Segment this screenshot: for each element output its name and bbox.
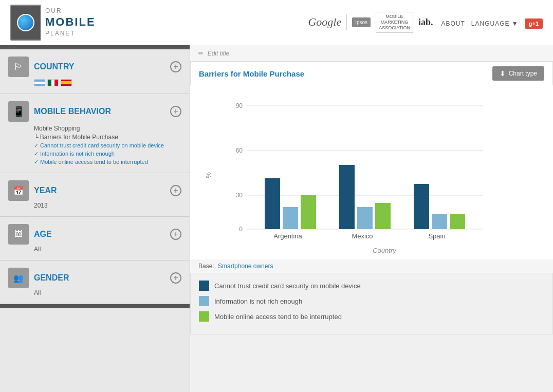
header: OUR MOBILE PLANET Google Ipsos MOBILEMAR… xyxy=(0,0,553,45)
x-axis-label: Country xyxy=(226,247,543,254)
checklist-item-2[interactable]: ✓ Information is not rich enough xyxy=(34,151,181,157)
legend-item-1: Cannot trust credit card security on mob… xyxy=(199,281,544,291)
svg-text:16%: 16% xyxy=(359,200,371,206)
svg-text:11%: 11% xyxy=(452,207,463,213)
esp-bar-1 xyxy=(414,184,429,229)
chart-container: % 90 60 30 0 37% xyxy=(200,96,543,254)
download-icon: ⬇ xyxy=(500,69,506,78)
sidebar-section-year: 📅 YEAR + 2013 xyxy=(0,173,190,217)
svg-text:11%: 11% xyxy=(434,207,445,213)
svg-text:47%: 47% xyxy=(341,158,353,164)
age-value: All xyxy=(34,246,181,253)
sidebar-bottom-bar xyxy=(0,304,190,308)
age-title: AGE xyxy=(34,230,165,239)
legend-color-1 xyxy=(199,281,209,291)
bar-chart-svg: 90 60 30 0 37% 16% 25% xyxy=(226,96,493,245)
svg-text:Mexico: Mexico xyxy=(352,232,373,240)
mexico-flag xyxy=(47,79,59,86)
country-flags xyxy=(34,79,181,86)
base-label: Base: xyxy=(198,263,214,270)
logo-area: OUR MOBILE PLANET xyxy=(10,5,96,41)
language-button[interactable]: LANGUAGE ▼ xyxy=(471,20,519,27)
about-link[interactable]: ABOUT xyxy=(441,20,465,27)
base-value: Smartphone owners xyxy=(218,263,273,270)
esp-bar-2 xyxy=(432,214,447,229)
year-plus-button[interactable]: + xyxy=(170,185,181,196)
sidebar-mobile-header[interactable]: 📱 MOBILE BEHAVIOR + xyxy=(8,101,181,122)
sidebar-country-header[interactable]: 🏳 COUNTRY + xyxy=(8,57,181,77)
legend-item-2: Information is not rich enough xyxy=(199,296,544,306)
mma-logo: MOBILEMARKETINGASSOCIATION xyxy=(376,12,413,32)
sidebar-section-gender: 👥 GENDER + All xyxy=(0,260,190,304)
legend-color-3 xyxy=(199,311,209,322)
sidebar-section-age: 🖼 AGE + All xyxy=(0,217,190,260)
sidebar-top-bar xyxy=(0,45,190,49)
svg-text:Argentina: Argentina xyxy=(273,232,302,240)
checklist-item-1[interactable]: ✓ Cannot trust credit card security on m… xyxy=(34,142,181,149)
chart-type-button[interactable]: ⬇ Chart type xyxy=(492,66,544,81)
country-icon: 🏳 xyxy=(8,57,29,77)
chart-title: Barriers for Mobile Purchase xyxy=(199,69,492,78)
svg-text:25%: 25% xyxy=(303,188,314,194)
esp-bar-3 xyxy=(450,214,465,229)
year-icon: 📅 xyxy=(8,180,29,201)
sidebar-year-header[interactable]: 📅 YEAR + xyxy=(8,180,181,201)
argentina-flag xyxy=(34,79,45,86)
logo-icon xyxy=(10,5,41,41)
chart-type-label: Chart type xyxy=(509,70,537,77)
mobile-sub: Mobile Shopping └ Barriers for Mobile Pu… xyxy=(34,125,181,165)
arg-bar-3 xyxy=(301,195,316,229)
legend-item-3: Mobile online access tend to be interrup… xyxy=(199,311,544,322)
arg-bar-2 xyxy=(283,207,298,229)
partner-logos: Google Ipsos MOBILEMARKETINGASSOCIATION … xyxy=(308,12,433,32)
mobile-icon: 📱 xyxy=(8,101,29,122)
mex-bar-2 xyxy=(357,207,373,229)
logo-our: OUR xyxy=(45,7,96,15)
svg-text:30: 30 xyxy=(236,192,243,199)
main-layout: 🏳 COUNTRY + 📱 MOBILE BEHAVIOR + Mobile S… xyxy=(0,45,553,392)
sidebar-section-mobile-behavior: 📱 MOBILE BEHAVIOR + Mobile Shopping └ Ba… xyxy=(0,94,190,173)
barriers-parent-item: └ Barriers for Mobile Purchase xyxy=(34,134,181,141)
base-text-area: Base: Smartphone owners xyxy=(190,259,553,273)
logo-mobile: MOBILE xyxy=(45,15,96,30)
edit-title-link[interactable]: Edit title xyxy=(208,50,230,57)
gender-title: GENDER xyxy=(34,273,165,283)
checklist-item-3[interactable]: ✓ Mobile online access tend to be interr… xyxy=(34,159,181,165)
sidebar-age-header[interactable]: 🖼 AGE + xyxy=(8,224,181,245)
logo-planet: PLANET xyxy=(45,30,96,38)
legend-label-1: Cannot trust credit card security on mob… xyxy=(214,282,361,290)
sidebar: 🏳 COUNTRY + 📱 MOBILE BEHAVIOR + Mobile S… xyxy=(0,45,190,392)
sidebar-gender-header[interactable]: 👥 GENDER + xyxy=(8,268,181,288)
svg-text:19%: 19% xyxy=(377,196,389,202)
sidebar-section-country: 🏳 COUNTRY + xyxy=(0,49,190,94)
country-plus-button[interactable]: + xyxy=(170,61,181,72)
svg-text:0: 0 xyxy=(239,226,243,233)
year-title: YEAR xyxy=(34,186,165,195)
gplus-button[interactable]: g+1 xyxy=(525,18,543,29)
chart-legend: Cannot trust credit card security on mob… xyxy=(190,273,553,334)
svg-text:90: 90 xyxy=(236,102,243,109)
pencil-icon: ✏ xyxy=(198,50,204,57)
edit-title-bar: ✏ Edit title xyxy=(190,45,553,62)
year-value: 2013 xyxy=(34,202,181,209)
age-plus-button[interactable]: + xyxy=(170,229,181,240)
mobile-plus-button[interactable]: + xyxy=(170,106,181,117)
svg-text:16%: 16% xyxy=(285,200,296,206)
content-area: ✏ Edit title Barriers for Mobile Purchas… xyxy=(190,45,553,392)
gender-plus-button[interactable]: + xyxy=(170,272,181,284)
svg-text:Spain: Spain xyxy=(428,232,445,240)
iab-logo: iab. xyxy=(418,17,433,28)
svg-text:37%: 37% xyxy=(267,171,278,177)
age-icon: 🖼 xyxy=(8,224,29,245)
svg-text:33%: 33% xyxy=(416,177,427,183)
chart-area: % 90 60 30 0 37% xyxy=(190,85,553,259)
arg-bar-1 xyxy=(265,178,280,229)
legend-label-2: Information is not rich enough xyxy=(214,297,302,305)
logo-globe xyxy=(17,14,34,31)
legend-label-3: Mobile online access tend to be interrup… xyxy=(214,313,342,321)
mobile-title: MOBILE BEHAVIOR xyxy=(34,107,165,116)
gender-value: All xyxy=(34,289,181,296)
google-logo: Google xyxy=(308,15,341,29)
spain-flag xyxy=(61,79,72,86)
svg-text:60: 60 xyxy=(236,147,243,154)
